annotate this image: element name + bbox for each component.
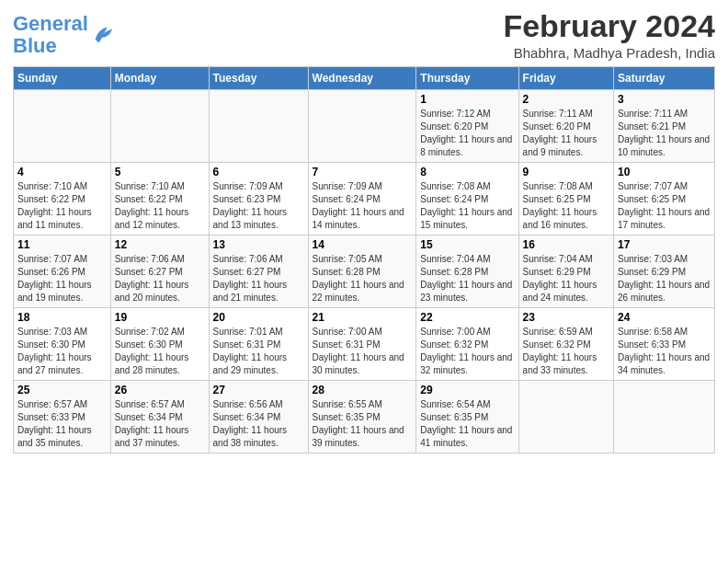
calendar-cell: 23Sunrise: 6:59 AMSunset: 6:32 PMDayligh… (518, 308, 613, 381)
calendar-cell: 8Sunrise: 7:08 AMSunset: 6:24 PMDaylight… (416, 163, 518, 236)
day-number: 20 (213, 311, 304, 324)
calendar-cell: 10Sunrise: 7:07 AMSunset: 6:25 PMDayligh… (614, 163, 715, 236)
calendar-week-5: 25Sunrise: 6:57 AMSunset: 6:33 PMDayligh… (14, 381, 715, 454)
day-info: Sunrise: 6:58 AMSunset: 6:33 PMDaylight:… (618, 326, 711, 377)
day-info: Sunrise: 7:08 AMSunset: 6:25 PMDaylight:… (523, 180, 609, 232)
header-thursday: Thursday (416, 67, 518, 90)
day-info: Sunrise: 7:09 AMSunset: 6:23 PMDaylight:… (213, 180, 304, 232)
day-number: 6 (213, 166, 304, 178)
day-info: Sunrise: 7:04 AMSunset: 6:29 PMDaylight:… (523, 253, 609, 304)
day-info: Sunrise: 7:06 AMSunset: 6:27 PMDaylight:… (115, 253, 205, 304)
day-info: Sunrise: 6:54 AMSunset: 6:35 PMDaylight:… (420, 398, 514, 450)
day-info: Sunrise: 6:59 AMSunset: 6:32 PMDaylight:… (523, 326, 609, 377)
day-info: Sunrise: 7:05 AMSunset: 6:28 PMDaylight:… (313, 253, 413, 304)
calendar-cell: 3Sunrise: 7:11 AMSunset: 6:21 PMDaylight… (614, 90, 715, 163)
calendar-cell: 9Sunrise: 7:08 AMSunset: 6:25 PMDaylight… (518, 163, 613, 236)
calendar-cell: 14Sunrise: 7:05 AMSunset: 6:28 PMDayligh… (308, 236, 416, 308)
calendar-cell: 20Sunrise: 7:01 AMSunset: 6:31 PMDayligh… (209, 308, 308, 381)
calendar-cell: 24Sunrise: 6:58 AMSunset: 6:33 PMDayligh… (614, 308, 715, 381)
calendar-cell: 6Sunrise: 7:09 AMSunset: 6:23 PMDaylight… (209, 163, 308, 236)
day-number: 7 (313, 166, 413, 178)
day-info: Sunrise: 7:02 AMSunset: 6:30 PMDaylight:… (115, 326, 205, 377)
day-number: 3 (618, 93, 711, 106)
day-info: Sunrise: 7:10 AMSunset: 6:22 PMDaylight:… (17, 180, 107, 232)
main-title: February 2024 (503, 9, 715, 43)
header-saturday: Saturday (614, 67, 715, 90)
calendar-cell: 22Sunrise: 7:00 AMSunset: 6:32 PMDayligh… (416, 308, 518, 381)
logo-bird-icon (90, 22, 116, 48)
day-number: 15 (420, 238, 514, 251)
day-info: Sunrise: 7:00 AMSunset: 6:32 PMDaylight:… (420, 326, 514, 377)
day-number: 9 (523, 166, 609, 178)
day-number: 17 (618, 238, 711, 251)
day-number: 1 (420, 93, 514, 106)
day-number: 29 (420, 384, 514, 396)
day-number: 4 (17, 166, 107, 178)
day-info: Sunrise: 7:11 AMSunset: 6:20 PMDaylight:… (523, 108, 609, 159)
day-info: Sunrise: 6:55 AMSunset: 6:35 PMDaylight:… (313, 398, 413, 450)
logo-text-blue: Blue (13, 34, 57, 57)
calendar-cell: 28Sunrise: 6:55 AMSunset: 6:35 PMDayligh… (308, 381, 416, 454)
calendar-cell: 16Sunrise: 7:04 AMSunset: 6:29 PMDayligh… (518, 236, 613, 308)
calendar-cell (518, 381, 613, 454)
logo-text: General Blue (13, 13, 88, 57)
day-info: Sunrise: 6:57 AMSunset: 6:33 PMDaylight:… (17, 398, 107, 450)
calendar-cell: 7Sunrise: 7:09 AMSunset: 6:24 PMDaylight… (308, 163, 416, 236)
calendar-cell: 1Sunrise: 7:12 AMSunset: 6:20 PMDaylight… (416, 90, 518, 163)
day-info: Sunrise: 7:04 AMSunset: 6:28 PMDaylight:… (420, 253, 514, 304)
calendar-week-4: 18Sunrise: 7:03 AMSunset: 6:30 PMDayligh… (14, 308, 715, 381)
calendar-cell: 2Sunrise: 7:11 AMSunset: 6:20 PMDaylight… (518, 90, 613, 163)
day-number: 27 (213, 384, 304, 396)
day-number: 5 (115, 166, 205, 178)
day-number: 8 (420, 166, 514, 178)
calendar-cell (614, 381, 715, 454)
day-info: Sunrise: 7:01 AMSunset: 6:31 PMDaylight:… (213, 326, 304, 377)
day-number: 16 (523, 238, 609, 251)
day-number: 22 (420, 311, 514, 324)
day-number: 2 (523, 93, 609, 106)
header-sunday: Sunday (14, 67, 111, 90)
calendar-cell: 21Sunrise: 7:00 AMSunset: 6:31 PMDayligh… (308, 308, 416, 381)
calendar-week-3: 11Sunrise: 7:07 AMSunset: 6:26 PMDayligh… (14, 236, 715, 308)
calendar-table: Sunday Monday Tuesday Wednesday Thursday… (13, 66, 715, 454)
header-tuesday: Tuesday (209, 67, 308, 90)
day-number: 23 (523, 311, 609, 324)
day-number: 10 (618, 166, 711, 178)
calendar-cell: 13Sunrise: 7:06 AMSunset: 6:27 PMDayligh… (209, 236, 308, 308)
day-info: Sunrise: 7:00 AMSunset: 6:31 PMDaylight:… (313, 326, 413, 377)
calendar-cell: 25Sunrise: 6:57 AMSunset: 6:33 PMDayligh… (14, 381, 111, 454)
day-number: 21 (313, 311, 413, 324)
day-info: Sunrise: 7:03 AMSunset: 6:30 PMDaylight:… (17, 326, 107, 377)
calendar-cell: 11Sunrise: 7:07 AMSunset: 6:26 PMDayligh… (14, 236, 111, 308)
day-info: Sunrise: 7:12 AMSunset: 6:20 PMDaylight:… (420, 108, 514, 159)
calendar-cell: 19Sunrise: 7:02 AMSunset: 6:30 PMDayligh… (110, 308, 209, 381)
header-wednesday: Wednesday (308, 67, 416, 90)
day-number: 12 (115, 238, 205, 251)
header-friday: Friday (518, 67, 613, 90)
calendar-cell: 26Sunrise: 6:57 AMSunset: 6:34 PMDayligh… (110, 381, 209, 454)
logo-text-general: General (13, 12, 88, 35)
day-info: Sunrise: 7:09 AMSunset: 6:24 PMDaylight:… (313, 180, 413, 232)
day-number: 18 (17, 311, 107, 324)
header: General Blue February 2024 Bhabhra, Madh… (13, 9, 715, 61)
day-number: 25 (17, 384, 107, 396)
day-info: Sunrise: 7:03 AMSunset: 6:29 PMDaylight:… (618, 253, 711, 304)
calendar-cell: 27Sunrise: 6:56 AMSunset: 6:34 PMDayligh… (209, 381, 308, 454)
calendar-week-2: 4Sunrise: 7:10 AMSunset: 6:22 PMDaylight… (14, 163, 715, 236)
day-number: 14 (313, 238, 413, 251)
calendar-cell (308, 90, 416, 163)
day-info: Sunrise: 7:06 AMSunset: 6:27 PMDaylight:… (213, 253, 304, 304)
day-info: Sunrise: 6:57 AMSunset: 6:34 PMDaylight:… (115, 398, 205, 450)
calendar-cell (209, 90, 308, 163)
calendar-cell: 12Sunrise: 7:06 AMSunset: 6:27 PMDayligh… (110, 236, 209, 308)
calendar-cell: 5Sunrise: 7:10 AMSunset: 6:22 PMDaylight… (110, 163, 209, 236)
calendar-cell: 4Sunrise: 7:10 AMSunset: 6:22 PMDaylight… (14, 163, 111, 236)
day-info: Sunrise: 7:07 AMSunset: 6:25 PMDaylight:… (618, 180, 711, 232)
title-block: February 2024 Bhabhra, Madhya Pradesh, I… (503, 9, 715, 61)
logo: General Blue (13, 13, 116, 57)
calendar-week-1: 1Sunrise: 7:12 AMSunset: 6:20 PMDaylight… (14, 90, 715, 163)
day-info: Sunrise: 6:56 AMSunset: 6:34 PMDaylight:… (213, 398, 304, 450)
calendar-cell: 15Sunrise: 7:04 AMSunset: 6:28 PMDayligh… (416, 236, 518, 308)
day-number: 13 (213, 238, 304, 251)
calendar-body: 1Sunrise: 7:12 AMSunset: 6:20 PMDaylight… (14, 90, 715, 454)
